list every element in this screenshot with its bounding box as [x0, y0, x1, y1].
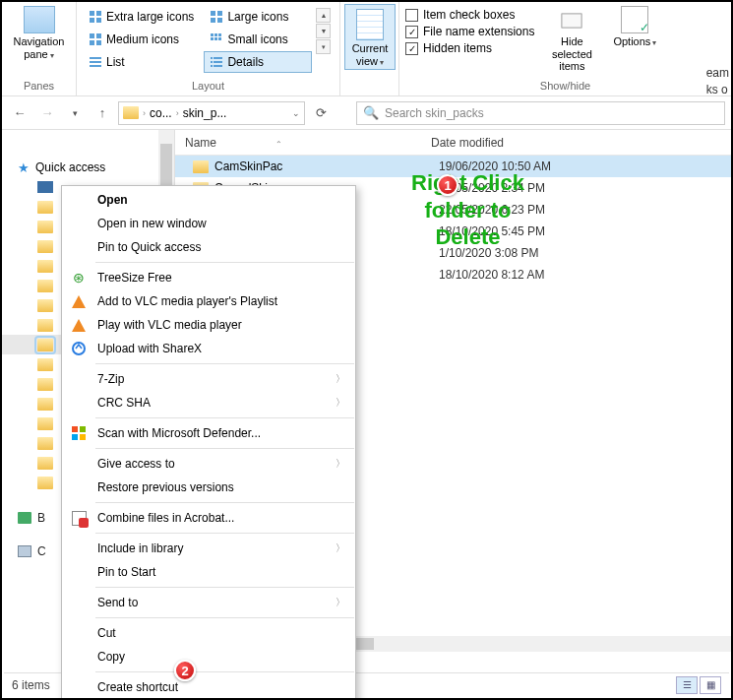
- check-item-checkboxes[interactable]: Item check boxes: [405, 8, 534, 22]
- svg-rect-10: [90, 65, 101, 67]
- column-name[interactable]: Name⌃: [185, 136, 431, 150]
- hide-selected-button[interactable]: Hide selected items: [542, 6, 601, 73]
- check-hidden-items[interactable]: ✓Hidden items: [405, 41, 534, 55]
- desktop-icon: [37, 181, 53, 193]
- svg-rect-11: [211, 11, 215, 16]
- checkbox-icon: [405, 9, 418, 22]
- layout-small-icons[interactable]: Small icons: [204, 29, 312, 50]
- context-menu-item[interactable]: Include in library〉: [62, 537, 355, 560]
- refresh-button[interactable]: ⟳: [309, 101, 333, 125]
- layout-details[interactable]: Details: [204, 51, 312, 73]
- context-menu-separator: [95, 363, 354, 364]
- context-menu-item[interactable]: Restore previous versions: [62, 476, 355, 499]
- svg-rect-14: [217, 18, 222, 23]
- svg-rect-12: [217, 11, 222, 16]
- status-item-count: 6 items: [12, 678, 50, 692]
- svg-rect-22: [214, 57, 222, 59]
- context-menu-separator: [95, 417, 354, 418]
- view-details-toggle[interactable]: ☰: [676, 676, 698, 694]
- svg-rect-31: [80, 426, 86, 432]
- context-menu-item[interactable]: Copy: [62, 645, 355, 668]
- context-menu-separator: [95, 448, 354, 449]
- address-bar-row: ← → ▾ ↑ › co... › skin_p... ⌄ ⟳ 🔍 Search…: [2, 96, 731, 130]
- context-menu-item[interactable]: Create shortcut: [62, 675, 355, 699]
- context-menu-separator: [95, 587, 354, 588]
- ribbon-group-current-view: Current view: [340, 2, 399, 95]
- recent-locations-button[interactable]: ▾: [63, 101, 87, 125]
- layout-expand[interactable]: ▾: [316, 39, 331, 54]
- drive-icon: [18, 512, 31, 524]
- folder-icon: [37, 221, 53, 233]
- svg-rect-30: [72, 426, 78, 432]
- chevron-right-icon: 〉: [336, 396, 345, 410]
- file-row[interactable]: CamSkinPac19/06/2020 10:50 AM: [175, 156, 731, 177]
- svg-rect-13: [211, 18, 215, 23]
- folder-icon: [37, 417, 53, 430]
- view-thumbnails-toggle[interactable]: ▦: [700, 676, 721, 694]
- svg-rect-20: [218, 37, 221, 40]
- annotation-marker-1: 1: [437, 174, 458, 196]
- context-menu-item[interactable]: 7-Zip〉: [62, 367, 355, 391]
- context-menu-item[interactable]: ⊛TreeSize Free: [62, 266, 355, 289]
- folder-icon: [37, 437, 53, 450]
- hide-icon: [558, 6, 585, 33]
- ribbon: Navigation pane Panes Extra large icons …: [2, 2, 731, 96]
- up-button[interactable]: ↑: [91, 101, 114, 125]
- current-view-button[interactable]: Current view: [344, 4, 396, 70]
- layout-extra-large-icons[interactable]: Extra large icons: [83, 6, 200, 28]
- back-button[interactable]: ←: [8, 101, 31, 125]
- svg-rect-25: [211, 65, 213, 67]
- layout-medium-icons[interactable]: Medium icons: [83, 29, 200, 50]
- defender-icon: [70, 424, 88, 442]
- search-input[interactable]: 🔍 Search skin_packs: [356, 101, 725, 125]
- context-menu-item[interactable]: Cut: [62, 621, 355, 645]
- navigation-pane-icon: [24, 6, 55, 33]
- context-menu-item[interactable]: Open: [62, 188, 355, 212]
- context-menu-item[interactable]: Combine files in Acrobat...: [62, 506, 355, 530]
- chevron-down-icon[interactable]: ⌄: [292, 108, 300, 118]
- svg-rect-33: [80, 434, 86, 440]
- context-menu-item[interactable]: Upload with ShareX: [62, 337, 355, 360]
- sharex-icon: [70, 340, 88, 357]
- svg-rect-21: [211, 57, 213, 59]
- sidebar-quick-access[interactable]: ★Quick access: [2, 158, 174, 177]
- ribbon-group-panes: Navigation pane Panes: [2, 2, 77, 95]
- svg-rect-8: [90, 57, 101, 59]
- options-button[interactable]: Options: [609, 6, 660, 47]
- svg-rect-18: [211, 37, 214, 40]
- svg-rect-15: [211, 33, 214, 36]
- grid-icon: [89, 10, 102, 24]
- svg-rect-23: [211, 61, 213, 63]
- folder-icon: [37, 339, 53, 351]
- layout-list[interactable]: List: [83, 51, 200, 73]
- layout-large-icons[interactable]: Large icons: [204, 6, 312, 28]
- folder-icon: [37, 398, 53, 411]
- layout-scroll-up[interactable]: ▲: [316, 8, 331, 23]
- address-bar[interactable]: › co... › skin_p... ⌄: [118, 101, 305, 125]
- context-menu-item[interactable]: Pin to Quick access: [62, 235, 355, 259]
- context-menu-item[interactable]: CRC SHA〉: [62, 391, 355, 414]
- check-file-extensions[interactable]: ✓File name extensions: [405, 25, 534, 38]
- layout-scroll-down[interactable]: ▼: [316, 24, 331, 38]
- context-menu-item[interactable]: Open in new window: [62, 212, 355, 235]
- context-menu-item[interactable]: Give access to〉: [62, 452, 355, 476]
- context-menu-item[interactable]: Pin to Start: [62, 560, 355, 584]
- chevron-right-icon: 〉: [336, 457, 345, 471]
- svg-rect-0: [90, 11, 94, 16]
- ribbon-group-showhide: Item check boxes ✓File name extensions ✓…: [399, 2, 731, 95]
- context-menu-separator: [95, 671, 354, 672]
- drive-icon: [18, 545, 31, 557]
- vlc-icon: [70, 292, 88, 310]
- current-view-icon: [356, 9, 384, 40]
- column-date-modified[interactable]: Date modified: [431, 136, 504, 150]
- svg-rect-19: [214, 37, 217, 40]
- svg-rect-26: [214, 65, 222, 67]
- context-menu-item[interactable]: Scan with Microsoft Defender...: [62, 421, 355, 445]
- context-menu-item[interactable]: Play with VLC media player: [62, 313, 355, 337]
- context-menu-item[interactable]: Add to VLC media player's Playlist: [62, 289, 355, 313]
- context-menu-item[interactable]: Send to〉: [62, 591, 355, 614]
- chevron-right-icon: 〉: [336, 372, 345, 386]
- navigation-pane-button[interactable]: Navigation pane: [10, 6, 69, 60]
- forward-button[interactable]: →: [35, 101, 59, 125]
- chevron-right-icon: 〉: [336, 541, 345, 555]
